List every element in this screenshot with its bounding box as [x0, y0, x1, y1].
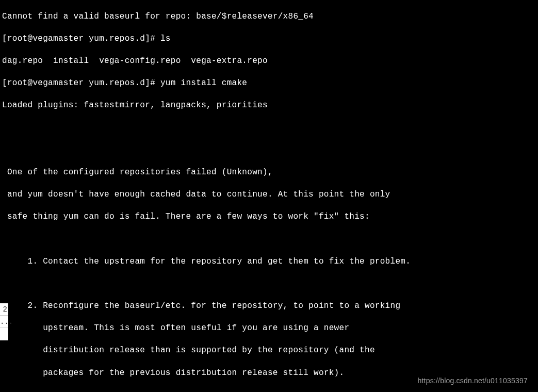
left-edge-fragments: 2 ... — [0, 303, 8, 340]
terminal-line — [2, 123, 536, 134]
terminal-line — [2, 390, 536, 392]
terminal-line: 2. Reconfigure the baseurl/etc. for the … — [2, 301, 536, 312]
fragment-row: ... — [0, 316, 8, 328]
terminal-line: 1. Contact the upstream for the reposito… — [2, 256, 536, 268]
terminal-line: Loaded plugins: fastestmirror, langpacks… — [2, 100, 536, 111]
terminal-line: [root@vegamaster yum.repos.d]# yum insta… — [2, 78, 536, 89]
terminal-line — [2, 234, 536, 245]
terminal-line: safe thing yum can do is fail. There are… — [2, 211, 536, 223]
terminal-line: [root@vegamaster yum.repos.d]# ls — [2, 34, 536, 45]
terminal-line: Cannot find a valid baseurl for repo: ba… — [2, 11, 536, 23]
terminal-line: and yum doesn't have enough cached data … — [2, 189, 536, 201]
terminal-line: upstream. This is most often useful if y… — [2, 323, 536, 334]
terminal-line — [2, 279, 536, 290]
terminal-line: dag.repo install vega-config.repo vega-e… — [2, 56, 536, 67]
terminal-output[interactable]: Cannot find a valid baseurl for repo: ba… — [0, 0, 538, 392]
fragment-row: 2 — [0, 303, 8, 316]
terminal-line — [2, 145, 536, 156]
fragment-row — [0, 328, 8, 340]
terminal-line: distribution release than is supported b… — [2, 345, 536, 356]
watermark-text: https://blog.csdn.net/u011035397 — [418, 376, 528, 386]
terminal-line: One of the configured repositories faile… — [2, 167, 536, 178]
